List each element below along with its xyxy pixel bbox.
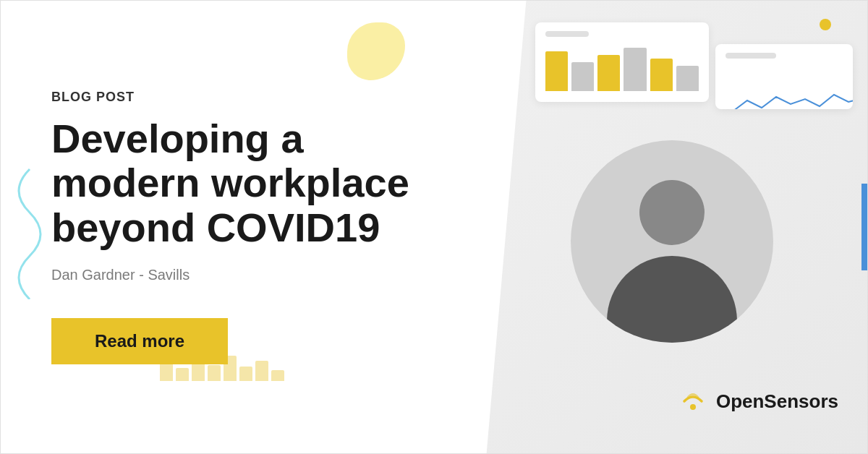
- blog-post-card: BLOG POST Developing a modern workplace …: [0, 0, 868, 454]
- chart-label-bar: [545, 31, 589, 37]
- chart-bar-2: [571, 62, 594, 91]
- opensensors-logo-text: OpenSensors: [716, 390, 838, 413]
- post-title: Developing a modern workplace beyond COV…: [51, 116, 427, 250]
- bar-chart-widget: [535, 22, 709, 102]
- post-type-label: BLOG POST: [51, 90, 427, 105]
- svg-point-0: [690, 404, 696, 410]
- chart-bar-5: [650, 59, 673, 91]
- read-more-button[interactable]: Read more: [51, 318, 228, 364]
- opensensors-logo: OpenSensors: [677, 385, 838, 417]
- chart-label-line: [726, 53, 776, 59]
- author-avatar: [571, 140, 773, 343]
- blue-accent-bar: [861, 184, 867, 270]
- yellow-dot-decoration: [820, 19, 831, 30]
- line-chart-svg: [726, 86, 853, 109]
- line-chart-widget: [715, 44, 853, 109]
- person-body: [607, 256, 737, 343]
- opensensors-logo-icon: [677, 385, 709, 417]
- chart-bar-4: [624, 48, 646, 91]
- wave-decoration: [1, 155, 59, 299]
- right-panel: OpenSensors: [477, 1, 867, 453]
- left-panel: BLOG POST Developing a modern workplace …: [1, 1, 477, 453]
- chart-bar-1: [545, 51, 568, 91]
- bar-chart-inner: [545, 44, 699, 91]
- deco-blob-top: [347, 22, 405, 80]
- author-label: Dan Gardner - Savills: [51, 267, 427, 283]
- person-head: [639, 180, 705, 245]
- chart-bar-3: [597, 55, 620, 91]
- chart-bar-6: [676, 66, 699, 91]
